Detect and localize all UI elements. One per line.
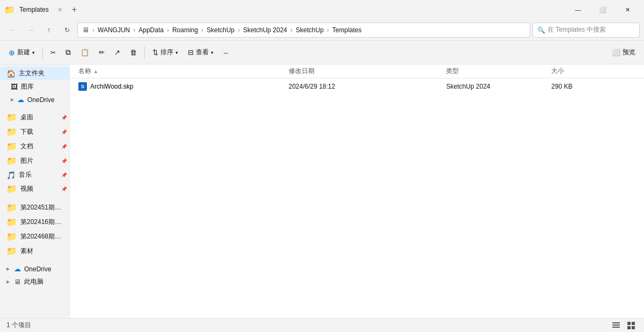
- address-segment-4[interactable]: SketchUp 2024: [243, 26, 287, 34]
- forward-button[interactable]: →: [23, 23, 39, 38]
- music-folder-icon: 🎵: [6, 171, 16, 179]
- sort-label: 排序: [160, 48, 173, 57]
- documents-folder-icon: 📁: [6, 141, 17, 151]
- sidebar-item-pictures[interactable]: 📁 图片 📌: [0, 154, 69, 168]
- sidebar-item-gallery[interactable]: 🖼 图库: [0, 80, 69, 93]
- view-button[interactable]: ⊟ 查看 ▾: [184, 46, 218, 59]
- table-row[interactable]: S ArchiWood.skp 2024/6/29 18:12 SketchUp…: [70, 81, 644, 92]
- address-sep-5: ›: [290, 26, 292, 34]
- file-size: 290 KB: [551, 83, 572, 90]
- divider-2: [144, 46, 145, 59]
- search-placeholder: 在 Templates 中搜索: [547, 25, 606, 34]
- sidebar-item-music[interactable]: 🎵 音乐 📌: [0, 168, 69, 182]
- more-icon: ···: [223, 48, 228, 57]
- list-view-button[interactable]: [610, 320, 623, 331]
- address-segment-1[interactable]: AppData: [138, 26, 164, 34]
- svg-rect-0: [612, 322, 620, 323]
- view-icon: ⊟: [188, 48, 194, 56]
- address-pc-icon: 🖥: [82, 26, 89, 34]
- onedrive-personal-icon: ☁: [17, 96, 24, 104]
- tab-close-icon[interactable]: ✕: [57, 6, 62, 13]
- rename-button[interactable]: ✏: [94, 46, 109, 59]
- sidebar-item-onedrive[interactable]: ▶ ☁ OneDrive: [0, 263, 69, 275]
- svg-rect-4: [632, 322, 635, 325]
- svg-rect-1: [612, 324, 620, 326]
- sidebar-item-videos[interactable]: 📁 视频 📌: [0, 182, 69, 196]
- window-controls: — ⬜ ✕: [566, 0, 640, 19]
- address-segment-5[interactable]: SketchUp: [296, 26, 324, 34]
- thispc-expand-arrow-icon: ▶: [6, 279, 10, 284]
- preview-button[interactable]: ⬜ 预览: [608, 46, 640, 59]
- file-date-cell: 2024/6/29 18:12: [289, 83, 447, 90]
- copy-button[interactable]: ⧉: [61, 46, 75, 59]
- delete-icon: 🗑: [130, 48, 137, 56]
- pc-icon: 🖥: [14, 278, 21, 286]
- sidebar-item-folder1[interactable]: 📁 第202451期：球: [0, 200, 69, 215]
- column-type[interactable]: 类型: [446, 67, 551, 76]
- back-button[interactable]: ←: [4, 23, 20, 38]
- home-icon: 🏠: [6, 69, 16, 78]
- title-bar-left: 📁 Templates ✕ +: [4, 2, 82, 18]
- column-date[interactable]: 修改日期: [289, 67, 447, 76]
- sketchup-file-icon: S: [78, 82, 87, 91]
- sidebar-item-pictures-label: 图片: [20, 156, 33, 165]
- file-date: 2024/6/29 18:12: [289, 83, 335, 90]
- paste-button[interactable]: 📋: [76, 46, 93, 59]
- column-name-sort-icon: ▲: [93, 69, 98, 74]
- sidebar-item-folder3[interactable]: 📁 第202468期：夹: [0, 229, 69, 244]
- address-sep-1: ›: [133, 26, 135, 34]
- pin-icon-desktop: 📌: [61, 115, 67, 120]
- address-bar[interactable]: 🖥 › WANGJUN › AppData › Roaming › Sketch…: [77, 23, 530, 38]
- minimize-button[interactable]: —: [566, 0, 590, 19]
- divider-1: [42, 46, 43, 59]
- address-segment-0[interactable]: WANGJUN: [98, 26, 130, 34]
- delete-button[interactable]: 🗑: [126, 46, 141, 59]
- address-segment-3[interactable]: SketchUp: [207, 26, 235, 34]
- cut-button[interactable]: ✂: [46, 47, 60, 59]
- column-date-label: 修改日期: [289, 67, 314, 75]
- sidebar-item-onedrive-personal[interactable]: ▶ ☁ OneDrive: [0, 93, 69, 106]
- sidebar-item-documents[interactable]: 📁 文档 📌: [0, 139, 69, 154]
- column-type-label: 类型: [446, 67, 459, 75]
- title-bar: 📁 Templates ✕ + — ⬜ ✕: [0, 0, 644, 19]
- search-bar[interactable]: 🔍 在 Templates 中搜索: [532, 23, 640, 38]
- grid-view-button[interactable]: [625, 320, 638, 331]
- sidebar-item-folder4[interactable]: 📁 素材: [0, 244, 69, 258]
- sidebar-item-thispc[interactable]: ▶ 🖥 此电脑: [0, 275, 69, 288]
- rename-icon: ✏: [99, 48, 105, 56]
- sort-button[interactable]: ⇅ 排序 ▾: [148, 46, 182, 59]
- videos-folder-icon: 📁: [6, 184, 17, 194]
- column-name[interactable]: 名称 ▲: [78, 67, 289, 76]
- sidebar-item-home[interactable]: 🏠 主文件夹: [0, 67, 69, 80]
- folder3-icon: 📁: [6, 232, 17, 242]
- close-button[interactable]: ✕: [615, 0, 640, 19]
- sidebar-item-desktop-label: 桌面: [20, 113, 33, 122]
- more-button[interactable]: ···: [219, 46, 232, 59]
- sidebar-item-onedrive-personal-label: OneDrive: [27, 96, 55, 104]
- sidebar-item-folder2[interactable]: 📁 第202416期：SI: [0, 215, 69, 229]
- new-button[interactable]: ⊕ 新建 ▾: [4, 46, 39, 59]
- status-view-buttons: [610, 320, 638, 331]
- gallery-icon: 🖼: [11, 83, 18, 91]
- sidebar-item-desktop[interactable]: 📁 桌面 📌: [0, 110, 69, 125]
- maximize-button[interactable]: ⬜: [590, 0, 615, 19]
- refresh-button[interactable]: ↻: [59, 23, 75, 38]
- address-segment-2[interactable]: Roaming: [172, 26, 198, 34]
- up-button[interactable]: ↑: [41, 23, 57, 38]
- new-tab-btn[interactable]: +: [67, 2, 82, 18]
- action-bar: ⊕ 新建 ▾ ✂ ⧉ 📋 ✏ ↗ 🗑 ⇅ 排序 ▾ ⊟ 查看 ▾ ··· ⬜ 预…: [0, 41, 644, 64]
- file-column-header: 名称 ▲ 修改日期 类型 大小: [70, 64, 644, 78]
- file-name: ArchiWood.skp: [90, 83, 133, 90]
- pin-icon-downloads: 📌: [61, 129, 67, 135]
- search-icon: 🔍: [537, 26, 545, 34]
- address-segment-6[interactable]: Templates: [332, 26, 362, 34]
- sidebar-item-downloads[interactable]: 📁 下载 📌: [0, 125, 69, 139]
- share-button[interactable]: ↗: [110, 46, 125, 59]
- sidebar-item-music-label: 音乐: [19, 170, 32, 179]
- sidebar-item-thispc-label: 此电脑: [24, 277, 43, 286]
- view-chevron-icon: ▾: [211, 50, 214, 55]
- copy-icon: ⧉: [65, 48, 71, 57]
- sort-chevron-icon: ▾: [175, 50, 178, 55]
- view-label: 查看: [196, 48, 209, 57]
- column-size[interactable]: 大小: [551, 67, 635, 76]
